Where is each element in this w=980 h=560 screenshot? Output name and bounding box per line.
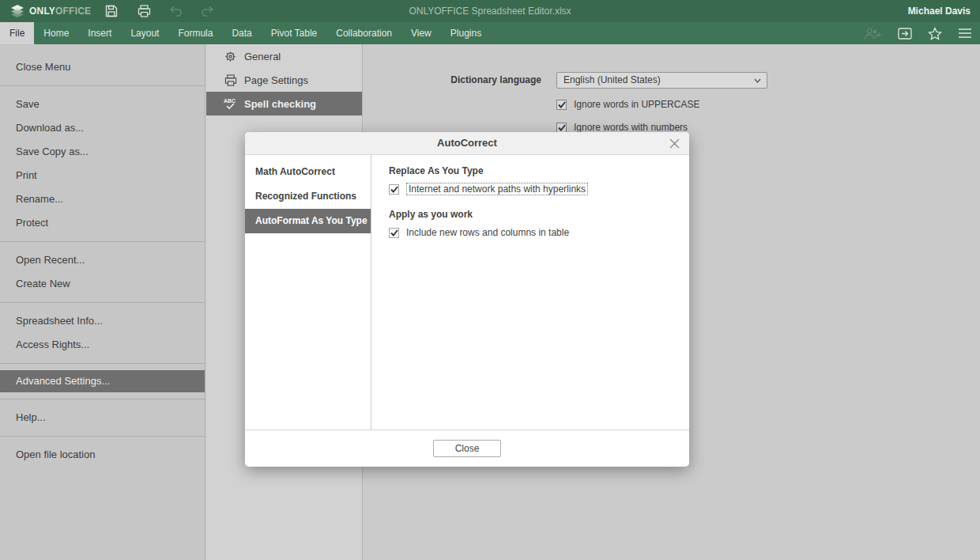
dialog-tab-recognized-functions[interactable]: Recognized Functions (245, 184, 371, 209)
apply-as-you-work-heading: Apply as you work (389, 209, 689, 220)
dialog-tab-autoformat-as-you-type[interactable]: AutoFormat As You Type (245, 209, 371, 233)
checkbox[interactable] (556, 100, 567, 110)
file-menu-item-print[interactable]: Print (0, 164, 205, 187)
dictionary-language-select[interactable]: English (United States) (556, 72, 767, 89)
toolbar-tab-bar: File Home Insert Layout Formula Data Piv… (0, 22, 980, 44)
file-menu-item-open-file-location[interactable]: Open file location (0, 443, 205, 467)
dialog-tab-content: Replace As You Type Internet and network… (371, 155, 689, 429)
file-menu-item-save-copy-as[interactable]: Save Copy as... (0, 140, 205, 164)
settings-category-label: General (244, 51, 281, 62)
tab-data[interactable]: Data (222, 22, 261, 44)
file-menu-item-close-menu[interactable]: Close Menu (0, 55, 205, 79)
tab-plugins[interactable]: Plugins (441, 22, 491, 44)
gear-icon (224, 51, 237, 62)
checkbox-label: Ignore words in UPPERCASE (574, 99, 699, 110)
tab-formula[interactable]: Formula (168, 22, 222, 44)
dictionary-language-value: English (United States) (564, 74, 661, 85)
checkbox[interactable] (389, 228, 399, 238)
user-name: Michael Davis (908, 0, 971, 22)
open-file-location-icon[interactable] (898, 28, 912, 40)
favorites-star-icon[interactable] (928, 27, 942, 40)
chevron-down-icon (754, 78, 761, 83)
redo-button[interactable] (197, 0, 219, 22)
svg-text:ABC: ABC (224, 98, 236, 104)
file-menu-item-protect[interactable]: Protect (0, 211, 205, 235)
dialog-header[interactable]: AutoCorrect (245, 132, 689, 155)
print-button[interactable] (133, 0, 155, 22)
separator (0, 436, 205, 437)
autocorrect-dialog: AutoCorrect Math AutoCorrect Recognized … (245, 132, 689, 467)
file-menu-item-download-as[interactable]: Download as... (0, 116, 205, 140)
dialog-title: AutoCorrect (245, 132, 689, 154)
file-menu-item-rename[interactable]: Rename... (0, 187, 205, 211)
tab-home[interactable]: Home (34, 22, 78, 44)
settings-category-general[interactable]: General (206, 44, 362, 68)
separator (0, 363, 205, 364)
tab-pivot-table[interactable]: Pivot Table (262, 22, 326, 44)
file-menu-item-advanced-settings[interactable]: Advanced Settings... (0, 370, 205, 392)
add-user-icon[interactable] (864, 28, 882, 40)
redo-icon (201, 6, 215, 17)
tab-layout[interactable]: Layout (121, 22, 168, 44)
tab-file[interactable]: File (0, 22, 34, 44)
table-rows-checkbox-row[interactable]: Include new rows and columns in table (389, 226, 689, 239)
hyperlinks-checkbox-row[interactable]: Internet and network paths with hyperlin… (389, 183, 689, 195)
replace-as-you-type-heading: Replace As You Type (389, 165, 689, 176)
close-icon (669, 138, 680, 149)
undo-button[interactable] (164, 0, 187, 22)
tab-insert[interactable]: Insert (78, 22, 121, 44)
checkbox[interactable] (556, 123, 567, 133)
separator (0, 302, 205, 303)
file-menu-item-spreadsheet-info[interactable]: Spreadsheet Info... (0, 309, 205, 333)
dialog-close-button[interactable] (668, 137, 681, 150)
close-button[interactable]: Close (433, 440, 501, 457)
spellcheck-icon: ABC (224, 97, 237, 110)
dialog-footer: Close (245, 429, 689, 466)
dialog-tab-list: Math AutoCorrect Recognized Functions Au… (245, 155, 371, 429)
separator (0, 399, 205, 399)
checkbox-label: Include new rows and columns in table (406, 227, 569, 238)
settings-category-label: Page Settings (244, 74, 308, 86)
title-bar: ONLYOFFICE ONLYOFFICE Spreadsheet Editor… (0, 0, 980, 22)
undo-icon (168, 6, 183, 17)
save-button[interactable] (100, 0, 122, 22)
settings-category-page-settings[interactable]: Page Settings (206, 68, 362, 92)
file-menu-item-save[interactable]: Save (0, 93, 205, 116)
checkbox-label: Ignore words with numbers (574, 122, 688, 133)
save-icon (105, 5, 118, 17)
print-icon (138, 5, 151, 17)
tab-collaboration[interactable]: Collaboration (326, 22, 401, 44)
file-menu-item-help[interactable]: Help... (0, 406, 205, 429)
checkbox-label: Internet and network paths with hyperlin… (406, 183, 588, 195)
settings-category-label: Spell checking (244, 98, 316, 110)
spreadsheet-editor-window: ONLYOFFICE ONLYOFFICE Spreadsheet Editor… (0, 0, 980, 560)
dictionary-language-label: Dictionary language (450, 74, 541, 85)
checkbox[interactable] (389, 184, 399, 195)
separator (0, 241, 205, 242)
menu-icon[interactable] (958, 28, 972, 38)
tab-view[interactable]: View (401, 22, 441, 44)
ignore-numbers-checkbox-row[interactable]: Ignore words with numbers (556, 122, 688, 133)
file-menu-item-access-rights[interactable]: Access Rights... (0, 333, 205, 357)
dialog-tab-math-autocorrect[interactable]: Math AutoCorrect (245, 160, 371, 184)
file-menu-item-open-recent[interactable]: Open Recent... (0, 248, 205, 272)
ignore-uppercase-checkbox-row[interactable]: Ignore words in UPPERCASE (556, 99, 699, 110)
file-menu-item-create-new[interactable]: Create New (0, 272, 205, 296)
page-settings-icon (224, 74, 237, 86)
file-menu-panel: Close Menu Save Download as... Save Copy… (0, 44, 205, 560)
separator (0, 85, 205, 86)
settings-category-spell-checking[interactable]: ABC Spell checking (206, 92, 362, 115)
